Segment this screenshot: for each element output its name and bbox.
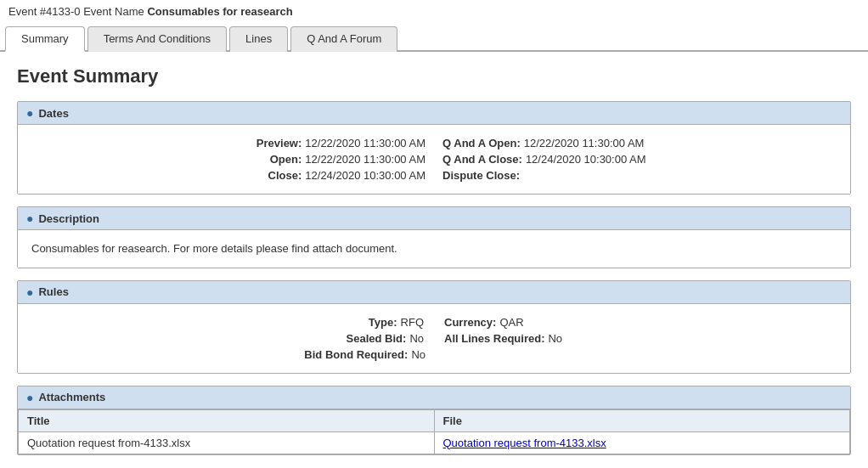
- type-value: RFQ: [401, 316, 424, 329]
- tab-summary[interactable]: Summary: [5, 26, 85, 52]
- event-name-label: Event Name: [83, 5, 147, 18]
- rules-right-col: Currency: QAR All Lines Required: No: [436, 314, 837, 347]
- col-title: Title: [19, 409, 435, 431]
- qa-close-label: Q And A Close:: [442, 153, 522, 166]
- open-row: Open: 12/22/2020 11:30:00 AM: [31, 151, 426, 167]
- qa-close-value: 12/24/2020 10:30:00 AM: [526, 153, 646, 166]
- main-content: Event Summary ● Dates Preview: 12/22/202…: [0, 52, 868, 468]
- currency-label: Currency:: [444, 316, 496, 329]
- qa-open-row: Q And A Open: 12/22/2020 11:30:00 AM: [442, 135, 837, 151]
- dates-section-header: ● Dates: [18, 102, 850, 125]
- close-label: Close:: [268, 169, 302, 182]
- attachments-header-row: Title File: [19, 409, 850, 431]
- col-file: File: [434, 409, 850, 431]
- rules-left-col: Type: RFQ Sealed Bid: No: [31, 314, 432, 347]
- tab-bar: Summary Terms And Conditions Lines Q And…: [0, 25, 868, 52]
- all-lines-label: All Lines Required:: [444, 332, 544, 345]
- event-number-label: Event #: [8, 5, 46, 18]
- event-number-value: 4133-0: [46, 5, 80, 18]
- file-link[interactable]: Quotation request from-4133.xlsx: [443, 437, 606, 449]
- qa-open-label: Q And A Open:: [442, 137, 521, 149]
- description-icon: ●: [26, 211, 33, 225]
- attachment-title: Quotation request from-4133.xlsx: [19, 431, 435, 454]
- attachments-section: ● Attachments Title File Quotation reque…: [17, 386, 851, 455]
- rules-section-header: ● Rules: [18, 281, 850, 304]
- rules-section: ● Rules Type: RFQ Sealed Bid: No Cu: [17, 280, 851, 374]
- bid-bond-row: Bid Bond Required: No: [31, 347, 434, 363]
- all-lines-row: All Lines Required: No: [436, 330, 837, 347]
- sealed-bid-value: No: [409, 332, 424, 345]
- dates-title: Dates: [38, 107, 68, 120]
- attachment-file[interactable]: Quotation request from-4133.xlsx: [434, 431, 850, 454]
- preview-row: Preview: 12/22/2020 11:30:00 AM: [31, 135, 426, 151]
- rules-grid: Type: RFQ Sealed Bid: No Currency: QAR A…: [31, 314, 837, 347]
- event-info-bar: Event #4133-0 Event Name Consumables for…: [0, 0, 868, 23]
- attachments-title: Attachments: [38, 391, 105, 403]
- open-value: 12/22/2020 11:30:00 AM: [305, 153, 426, 166]
- all-lines-value: No: [548, 332, 562, 345]
- tab-qa[interactable]: Q And A Forum: [290, 26, 397, 52]
- bid-bond-label: Bid Bond Required:: [304, 348, 408, 361]
- attachments-icon: ●: [26, 391, 33, 404]
- sealed-bid-label: Sealed Bid:: [347, 332, 407, 345]
- tab-lines[interactable]: Lines: [229, 26, 288, 52]
- currency-row: Currency: QAR: [436, 314, 837, 330]
- dates-icon: ●: [26, 106, 33, 120]
- preview-label: Preview:: [256, 137, 302, 149]
- attachments-section-header: ● Attachments: [18, 386, 850, 409]
- preview-value: 12/22/2020 11:30:00 AM: [305, 137, 426, 149]
- currency-value: QAR: [499, 316, 523, 329]
- table-row: Quotation request from-4133.xlsxQuotatio…: [19, 431, 850, 454]
- dates-section-body: Preview: 12/22/2020 11:30:00 AM Open: 12…: [18, 125, 850, 194]
- description-section: ● Description Consumables for reasearch.…: [17, 206, 851, 268]
- description-section-body: Consumables for reasearch. For more deta…: [18, 230, 850, 268]
- tab-terms[interactable]: Terms And Conditions: [87, 26, 227, 52]
- description-text: Consumables for reasearch. For more deta…: [31, 240, 837, 257]
- qa-close-row: Q And A Close: 12/24/2020 10:30:00 AM: [442, 151, 837, 167]
- type-row: Type: RFQ: [31, 314, 432, 330]
- open-label: Open:: [270, 153, 302, 166]
- dates-right-col: Q And A Open: 12/22/2020 11:30:00 AM Q A…: [442, 135, 837, 183]
- sealed-bid-row: Sealed Bid: No: [31, 330, 432, 347]
- dispute-close-row: Dispute Close:: [442, 167, 837, 183]
- dates-section: ● Dates Preview: 12/22/2020 11:30:00 AM …: [17, 101, 851, 195]
- description-section-header: ● Description: [18, 207, 850, 230]
- rules-section-body: Type: RFQ Sealed Bid: No Currency: QAR A…: [18, 304, 850, 373]
- event-name-value: Consumables for reasearch: [147, 5, 292, 18]
- dates-grid: Preview: 12/22/2020 11:30:00 AM Open: 12…: [31, 135, 837, 183]
- type-label: Type:: [369, 316, 397, 329]
- dates-left-col: Preview: 12/22/2020 11:30:00 AM Open: 12…: [31, 135, 426, 183]
- dispute-close-label: Dispute Close:: [442, 169, 520, 182]
- page-title: Event Summary: [17, 65, 851, 87]
- close-row: Close: 12/24/2020 10:30:00 AM: [31, 167, 426, 183]
- attachments-table-container: Title File Quotation request from-4133.x…: [18, 409, 850, 454]
- attachments-table: Title File Quotation request from-4133.x…: [18, 409, 850, 454]
- qa-open-value: 12/22/2020 11:30:00 AM: [524, 137, 645, 149]
- rules-icon: ●: [26, 285, 33, 299]
- description-title: Description: [38, 212, 99, 225]
- bid-bond-value: No: [411, 348, 426, 361]
- rules-title: Rules: [38, 285, 68, 298]
- close-value: 12/24/2020 10:30:00 AM: [305, 169, 426, 182]
